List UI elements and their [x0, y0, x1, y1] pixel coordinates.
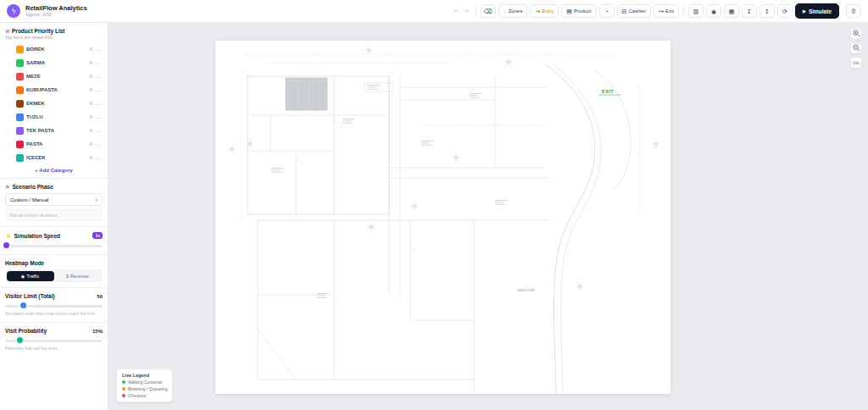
- live-legend: Live Legend Walking Customer Browsing / …: [116, 368, 173, 402]
- category-row[interactable]: ⋮⋮ PASTA 0 ⋯: [5, 137, 103, 151]
- eraser-button[interactable]: ⌫: [481, 4, 496, 18]
- visit-probability-title: Visit Probability: [5, 328, 47, 334]
- revenue-label: Revenue: [70, 274, 89, 279]
- drag-handle-icon[interactable]: ⋮⋮: [6, 101, 14, 107]
- category-row[interactable]: ⋮⋮ MEZE 0 ⋯: [5, 69, 103, 83]
- upload-icon: ↥: [765, 8, 770, 14]
- checkout-dot-icon: [122, 394, 125, 397]
- paint-tool-button[interactable]: ◔: [599, 4, 615, 18]
- category-color-icon: [16, 86, 24, 94]
- visit-probability-hint: Passersby that visit the store.: [5, 346, 103, 352]
- category-row[interactable]: ⋮⋮ BÖREK 0 ⋯: [5, 42, 103, 56]
- speed-slider[interactable]: [5, 242, 103, 249]
- exit-icon: ↪: [659, 8, 664, 14]
- browsing-dot-icon: [122, 387, 125, 391]
- product-tool-button[interactable]: ▤Product: [561, 4, 596, 18]
- upload-button[interactable]: ↥: [760, 4, 775, 18]
- category-menu-button[interactable]: ⋯: [95, 47, 102, 53]
- reset-button[interactable]: ⟳: [777, 4, 793, 18]
- category-menu-button[interactable]: ⋯: [95, 141, 102, 147]
- visit-probability-value: 15%: [92, 329, 103, 334]
- category-menu-button[interactable]: ⋯: [95, 101, 102, 107]
- category-row[interactable]: ⋮⋮ İÇECEK 0 ⋯: [5, 151, 103, 164]
- drag-handle-icon[interactable]: ⋮⋮: [6, 128, 14, 134]
- traffic-label: Traffic: [26, 274, 39, 279]
- category-menu-button[interactable]: ⋯: [95, 114, 102, 120]
- category-count: 0: [90, 155, 92, 160]
- main-area: ≣ Product Priority List Top items are vi…: [0, 23, 868, 410]
- screenshot-button[interactable]: ◉: [706, 4, 721, 18]
- floorplan-drawing: EXIT palet mal: [215, 41, 670, 394]
- camera-icon: ◉: [711, 8, 716, 14]
- category-row[interactable]: ⋮⋮ TEK PASTA 0 ⋯: [5, 124, 103, 137]
- legend-item: Browsing / Queueing: [122, 386, 167, 391]
- visitor-limit-slider[interactable]: [5, 302, 103, 309]
- category-count: 0: [90, 74, 92, 79]
- scenario-hint: Manual control via sliders.: [5, 209, 103, 221]
- visit-probability-slider-thumb[interactable]: [17, 337, 23, 343]
- drag-handle-icon[interactable]: ⋮⋮: [6, 141, 14, 147]
- visitor-limit-hint: Simulation ends when total visitors reac…: [5, 312, 103, 317]
- visitor-limit-slider-thumb[interactable]: [20, 302, 26, 308]
- legend-item-label: Walking Customer: [128, 380, 163, 385]
- product-priority-section: ≣ Product Priority List Top items are vi…: [0, 23, 108, 178]
- download-icon: ↧: [747, 8, 752, 14]
- speed-slider-thumb[interactable]: [3, 242, 9, 248]
- category-row[interactable]: ⋮⋮ KURUPASTA 0 ⋯: [5, 83, 103, 97]
- simulate-button[interactable]: ▶Simulate: [795, 3, 839, 19]
- heatmap-revenue-button[interactable]: $Revenue: [54, 271, 102, 281]
- category-row[interactable]: ⋮⋮ SARMA 0 ⋯: [5, 56, 103, 69]
- zoom-out-icon: [853, 44, 860, 53]
- floorplan-canvas[interactable]: EXIT palet mal: [215, 41, 670, 394]
- heatmap-traffic-button[interactable]: ◉Traffic: [7, 271, 54, 281]
- undo-button[interactable]: ↶: [452, 4, 460, 18]
- drag-handle-icon[interactable]: ⋮⋮: [6, 74, 14, 80]
- redo-button[interactable]: ↷: [463, 4, 471, 18]
- chart-button[interactable]: ▥: [688, 4, 704, 18]
- category-menu-button[interactable]: ⋯: [95, 60, 102, 66]
- category-list: ⋮⋮ BÖREK 0 ⋯ ⋮⋮ SARMA 0 ⋯ ⋮⋮: [5, 42, 103, 164]
- zoom-controls: Info: [850, 28, 862, 69]
- speed-header-row: ⚡ Simulation Speed 1x: [5, 232, 103, 239]
- speed-title: Simulation Speed: [14, 233, 61, 239]
- category-color-icon: [16, 73, 24, 80]
- category-color-icon: [16, 127, 24, 135]
- cashier-tool-button[interactable]: ⊟Cashier: [617, 4, 652, 18]
- category-row[interactable]: ⋮⋮ TUZLU 0 ⋯: [5, 110, 103, 124]
- zoom-out-button[interactable]: [850, 42, 862, 54]
- visit-probability-section: Visit Probability 15% Passersby that vis…: [0, 322, 108, 357]
- undo-icon: ↶: [453, 8, 459, 14]
- download-button[interactable]: ↧: [742, 4, 757, 18]
- drag-handle-icon[interactable]: ⋮⋮: [6, 60, 14, 66]
- add-category-button[interactable]: + Add Category: [5, 168, 103, 173]
- drag-handle-icon[interactable]: ⋮⋮: [6, 47, 14, 53]
- category-label: PASTA: [26, 141, 87, 147]
- list-icon: ≣: [5, 28, 9, 34]
- drag-handle-icon[interactable]: ⋮⋮: [6, 155, 14, 161]
- redo-icon: ↷: [465, 8, 470, 14]
- category-menu-button[interactable]: ⋯: [95, 155, 102, 161]
- category-count: 0: [90, 87, 92, 92]
- clear-all-button[interactable]: [846, 4, 861, 18]
- entry-icon: ⇥: [535, 8, 540, 14]
- category-row[interactable]: ⋮⋮ EKMEK 0 ⋯: [5, 97, 103, 110]
- category-menu-button[interactable]: ⋯: [95, 87, 102, 93]
- visit-probability-slider[interactable]: [5, 337, 103, 344]
- zoom-in-button[interactable]: [850, 28, 862, 40]
- drag-handle-icon[interactable]: ⋮⋮: [6, 87, 14, 93]
- chart-icon: ▥: [693, 8, 699, 14]
- canvas-area: EXIT palet mal Info: [108, 23, 868, 410]
- category-menu-button[interactable]: ⋯: [95, 128, 102, 134]
- toolbar: ↶ ↷ ⌫ ◌Zones ⇥Entry ▤Product ◔ ⊟Cashier …: [452, 3, 861, 19]
- zones-button[interactable]: ◌Zones: [498, 4, 528, 18]
- drag-handle-icon[interactable]: ⋮⋮: [6, 114, 14, 120]
- product-icon: ▤: [566, 8, 572, 14]
- info-button[interactable]: Info: [850, 57, 862, 69]
- category-menu-button[interactable]: ⋯: [95, 74, 102, 80]
- bolt-icon: ⚡: [5, 233, 12, 239]
- heatmap-grid-button[interactable]: ▦: [724, 4, 739, 18]
- exit-tool-button[interactable]: ↪Exit: [654, 4, 679, 18]
- grid-icon: ▦: [729, 8, 735, 14]
- scenario-phase-select[interactable]: Custom / Manual ▾: [5, 193, 103, 206]
- entry-tool-button[interactable]: ⇥Entry: [530, 4, 559, 18]
